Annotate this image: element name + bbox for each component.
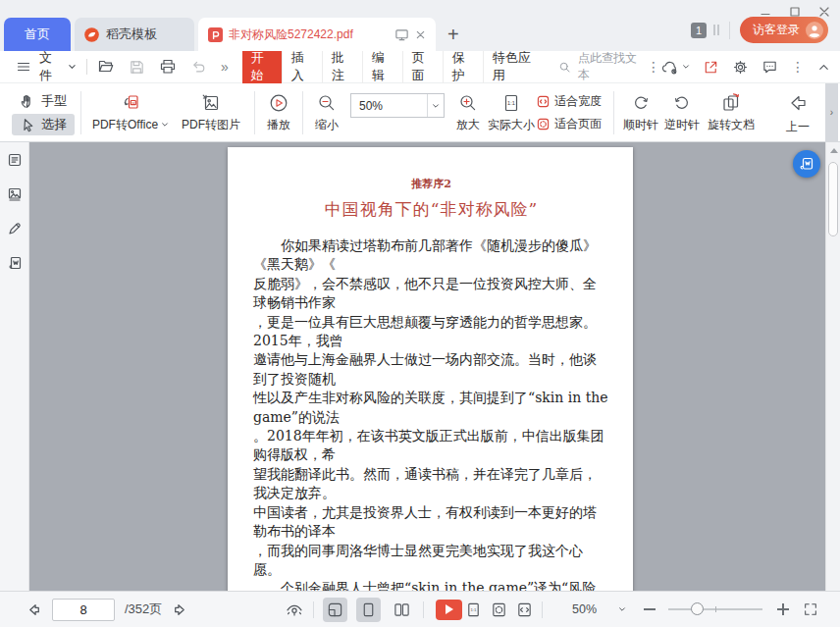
pdf-to-image-button[interactable]: PDF转图片 (174, 92, 248, 133)
image-panel-icon[interactable] (7, 186, 23, 202)
close-tab-icon[interactable] (415, 29, 426, 40)
rotate-clockwise-button[interactable]: 顺时针 (620, 92, 661, 133)
pdf-to-word-panel-icon[interactable] (7, 255, 23, 271)
tab-home[interactable]: 首页 (4, 18, 71, 51)
drag-grip-icon (713, 25, 719, 35)
pdf-to-word-float-icon (799, 156, 814, 172)
svg-text:w: w (131, 100, 134, 104)
rotate-counterclockwise-label: 逆时针 (664, 117, 700, 133)
monitor-present-icon[interactable] (394, 27, 409, 42)
gear-icon[interactable] (732, 59, 749, 76)
guest-login-button[interactable]: 访客登录 (740, 17, 828, 43)
overflow-menu-icon[interactable]: ⋮ (791, 59, 805, 75)
cloud-sync-icon[interactable] (660, 59, 690, 76)
page-number-input[interactable] (52, 599, 115, 621)
status-bar: /352页 1:1 50% (0, 591, 840, 627)
menu-bar: 文件 » 开始 插入 批注 编辑 页面 保护 特色应用 点此查找文本 ⋮ (0, 51, 840, 83)
menu-bar-right-icons: ⋮ (660, 59, 830, 76)
zoom-slider[interactable] (668, 608, 762, 610)
ribbon-tab-special-apps[interactable]: 特色应用 (483, 46, 545, 87)
single-page-view-button[interactable] (356, 598, 381, 622)
toolbar-expand-strip[interactable]: › (825, 83, 838, 141)
ribbon-tab-protect[interactable]: 保护 (443, 46, 483, 87)
zoom-combobox-dropdown[interactable] (427, 94, 444, 117)
zoom-slider-handle[interactable] (691, 602, 704, 615)
comment-bubble-icon[interactable] (761, 59, 778, 76)
fit-page-icon[interactable] (491, 601, 507, 618)
task-count-badge[interactable]: 1 (691, 23, 707, 38)
zoom-out-minus-button[interactable] (644, 608, 656, 610)
vertical-scrollbar[interactable] (825, 142, 840, 591)
new-tab-button[interactable]: + (447, 18, 459, 51)
zoom-dropdown-caret[interactable] (618, 605, 626, 613)
left-sidebar (0, 142, 29, 591)
open-folder-icon[interactable] (97, 58, 115, 76)
reader-layout-button[interactable] (323, 598, 347, 622)
eye-protection-icon[interactable] (285, 601, 304, 618)
more-commands-icon[interactable]: » (221, 59, 229, 75)
actual-size-button[interactable]: 1:1 实际大小 (486, 92, 537, 133)
quick-access-toolbar: » (97, 58, 229, 76)
pointer-tools: 手型 选择 (12, 90, 75, 135)
file-menu[interactable]: 文件 (39, 49, 77, 84)
collapse-ribbon-icon[interactable] (817, 61, 830, 74)
previous-page-button[interactable]: 上一 (777, 92, 818, 135)
tab-docer-templates[interactable]: 稻壳模板 (75, 18, 194, 51)
outline-panel-icon[interactable] (7, 152, 23, 168)
play-triangle-icon (446, 604, 453, 614)
actual-size-label: 实际大小 (488, 117, 535, 133)
annotate-pen-icon[interactable] (7, 221, 23, 236)
docer-icon (84, 27, 99, 42)
pdf-to-image-icon (200, 92, 222, 114)
fit-width-button[interactable]: 适合宽度 (537, 93, 607, 110)
print-icon[interactable] (159, 58, 177, 76)
zoom-level-value: 50% (351, 99, 427, 113)
ribbon-tab-home[interactable]: 开始 (242, 46, 282, 87)
document-body: 你如果精读过塔勒布前几部著作《随机漫步的傻瓜》《黑天鹅》《 反脆弱》，会不禁感叹… (253, 236, 609, 591)
two-page-view-button[interactable] (390, 598, 414, 622)
pdf-to-office-button[interactable]: w PDF转Office (87, 92, 174, 133)
fit-page-button[interactable]: 适合页面 (537, 116, 607, 132)
play-button[interactable]: 播放 (261, 92, 296, 133)
search-more-icon[interactable]: ⋮ (647, 59, 660, 75)
find-text-box[interactable]: 点此查找文本 ⋮ (558, 50, 660, 83)
undo-icon[interactable] (190, 59, 207, 76)
hand-tool-button[interactable]: 手型 (12, 90, 75, 112)
select-tool-button[interactable]: 选择 (12, 114, 75, 135)
ribbon-tab-insert[interactable]: 插入 (282, 46, 322, 87)
presentation-play-button[interactable] (436, 600, 462, 620)
rotate-document-button[interactable]: 旋转文档 (703, 92, 760, 133)
pdf-to-office-icon: w (120, 92, 141, 114)
rotate-clockwise-label: 顺时针 (623, 117, 658, 133)
play-circle-icon (268, 92, 289, 114)
fullscreen-icon[interactable] (803, 601, 818, 617)
rotate-counterclockwise-button[interactable]: 逆时针 (661, 92, 703, 133)
scrollbar-thumb[interactable] (828, 162, 838, 236)
fit-page-label: 适合页面 (554, 116, 602, 132)
share-icon[interactable] (703, 59, 719, 76)
hamburger-menu-icon[interactable] (16, 59, 31, 75)
ribbon-tab-page[interactable]: 页面 (402, 46, 443, 87)
tab-home-label: 首页 (25, 26, 50, 43)
avatar (806, 22, 823, 39)
next-page-arrow-icon[interactable] (172, 601, 188, 618)
ribbon-tab-comment[interactable]: 批注 (322, 46, 362, 87)
tab-document-active[interactable]: 非对称风险5272422.pdf (198, 18, 436, 51)
zoom-out-icon (316, 92, 338, 114)
actual-size-icon[interactable]: 1:1 (465, 601, 482, 618)
zoom-in-button[interactable]: 放大 (450, 92, 486, 133)
pdf-to-word-float-button[interactable] (793, 150, 820, 178)
save-icon[interactable] (129, 59, 145, 76)
document-canvas[interactable]: 推荐序2 中国视角下的“非对称风险” 你如果精读过塔勒布前几部著作《随机漫步的傻… (29, 142, 840, 591)
zoom-in-plus-button[interactable] (777, 603, 789, 615)
pdf-page[interactable]: 推荐序2 中国视角下的“非对称风险” 你如果精读过塔勒布前几部著作《随机漫步的傻… (228, 147, 633, 591)
previous-page-arrow-icon[interactable] (26, 601, 42, 618)
scrollbar-up-arrow[interactable] (830, 148, 838, 153)
ribbon-tab-edit[interactable]: 编辑 (362, 46, 402, 87)
zoom-level-combobox[interactable]: 50% (350, 93, 445, 118)
zoom-out-button[interactable]: 缩小 (309, 92, 344, 133)
document-paragraph: 个别金融界人士曾把“skin in the game”译为“风险共担”，我在初译… (253, 579, 609, 591)
svg-text:1:1: 1:1 (507, 100, 515, 106)
chevron-down-icon (682, 63, 690, 71)
fit-width-icon[interactable] (516, 601, 533, 618)
